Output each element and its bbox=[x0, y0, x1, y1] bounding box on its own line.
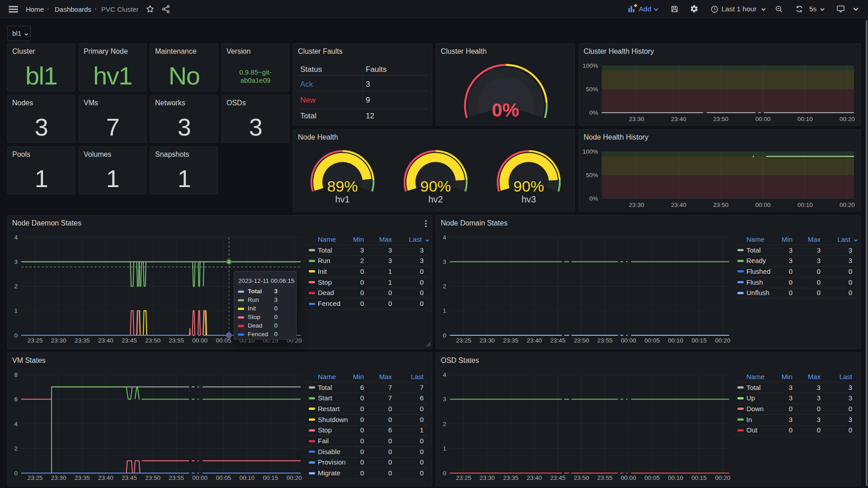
svg-text:00:20: 00:20 bbox=[287, 474, 302, 481]
svg-text:00:00: 00:00 bbox=[192, 474, 208, 481]
svg-text:23:45: 23:45 bbox=[122, 474, 137, 481]
svg-text:23:50: 23:50 bbox=[574, 474, 589, 481]
svg-text:23:50: 23:50 bbox=[145, 337, 160, 344]
svg-text:23:45: 23:45 bbox=[122, 337, 137, 344]
svg-text:23:55: 23:55 bbox=[597, 337, 613, 344]
svg-text:50%: 50% bbox=[586, 86, 598, 93]
svg-text:23:40: 23:40 bbox=[671, 202, 686, 208]
svg-text:50%: 50% bbox=[586, 172, 598, 178]
svg-text:23:45: 23:45 bbox=[550, 474, 566, 481]
svg-text:0: 0 bbox=[14, 332, 18, 339]
svg-text:23:30: 23:30 bbox=[51, 474, 66, 481]
svg-text:00:20: 00:20 bbox=[715, 474, 731, 481]
svg-text:23:50: 23:50 bbox=[713, 116, 729, 122]
svg-text:23:25: 23:25 bbox=[456, 337, 472, 344]
svg-text:23:40: 23:40 bbox=[527, 474, 542, 481]
svg-text:00:05: 00:05 bbox=[644, 474, 660, 481]
svg-text:00:10: 00:10 bbox=[668, 337, 684, 344]
svg-text:3: 3 bbox=[14, 258, 18, 265]
svg-text:2: 2 bbox=[14, 445, 18, 452]
svg-text:00:20: 00:20 bbox=[840, 202, 855, 208]
svg-text:23:50: 23:50 bbox=[145, 474, 160, 481]
svg-text:90%: 90% bbox=[420, 178, 451, 195]
svg-text:23:30: 23:30 bbox=[629, 202, 644, 208]
svg-text:90%: 90% bbox=[513, 178, 544, 195]
svg-text:23:40: 23:40 bbox=[527, 337, 542, 344]
svg-text:1: 1 bbox=[443, 307, 446, 314]
svg-text:00:05: 00:05 bbox=[216, 474, 231, 481]
svg-text:4: 4 bbox=[443, 371, 446, 378]
svg-text:00:05: 00:05 bbox=[216, 337, 231, 344]
svg-text:100%: 100% bbox=[582, 62, 598, 69]
svg-text:23:30: 23:30 bbox=[51, 337, 66, 344]
svg-text:00:20: 00:20 bbox=[840, 116, 855, 122]
svg-text:00:10: 00:10 bbox=[797, 116, 813, 122]
svg-text:100%: 100% bbox=[582, 148, 598, 155]
svg-text:2: 2 bbox=[14, 283, 18, 290]
svg-text:23:35: 23:35 bbox=[503, 474, 519, 481]
svg-text:00:00: 00:00 bbox=[755, 116, 771, 122]
svg-text:23:25: 23:25 bbox=[456, 474, 472, 481]
svg-text:00:10: 00:10 bbox=[668, 474, 684, 481]
svg-text:3: 3 bbox=[443, 396, 446, 403]
svg-text:0%: 0% bbox=[589, 195, 598, 202]
svg-text:00:05: 00:05 bbox=[644, 337, 660, 344]
svg-text:00:20: 00:20 bbox=[715, 337, 731, 344]
svg-text:2: 2 bbox=[443, 421, 446, 427]
svg-text:00:10: 00:10 bbox=[797, 202, 813, 208]
svg-text:2: 2 bbox=[443, 283, 446, 290]
svg-text:4: 4 bbox=[14, 421, 18, 427]
svg-text:hv1: hv1 bbox=[335, 194, 349, 204]
svg-text:hv3: hv3 bbox=[521, 194, 536, 204]
svg-text:23:30: 23:30 bbox=[480, 474, 495, 481]
svg-text:23:45: 23:45 bbox=[550, 337, 566, 344]
svg-text:0: 0 bbox=[443, 470, 446, 477]
svg-text:8: 8 bbox=[14, 371, 18, 378]
svg-text:23:30: 23:30 bbox=[629, 116, 644, 122]
svg-text:1: 1 bbox=[443, 445, 446, 452]
svg-text:23:35: 23:35 bbox=[75, 337, 90, 344]
svg-text:00:15: 00:15 bbox=[692, 337, 707, 344]
svg-text:23:55: 23:55 bbox=[597, 474, 613, 481]
svg-text:0: 0 bbox=[443, 332, 446, 339]
svg-text:23:30: 23:30 bbox=[480, 337, 495, 344]
svg-text:hv2: hv2 bbox=[428, 194, 443, 204]
svg-text:23:55: 23:55 bbox=[169, 337, 184, 344]
svg-text:00:00: 00:00 bbox=[621, 337, 636, 344]
svg-text:0%: 0% bbox=[492, 99, 519, 121]
svg-text:23:50: 23:50 bbox=[574, 337, 589, 344]
svg-text:4: 4 bbox=[443, 234, 446, 241]
svg-text:23:55: 23:55 bbox=[169, 474, 184, 481]
svg-text:4: 4 bbox=[14, 234, 18, 241]
svg-text:23:50: 23:50 bbox=[713, 202, 729, 208]
svg-text:23:40: 23:40 bbox=[98, 337, 113, 344]
svg-text:00:15: 00:15 bbox=[263, 474, 278, 481]
svg-text:1: 1 bbox=[14, 307, 18, 314]
svg-text:6: 6 bbox=[14, 396, 18, 403]
svg-text:00:00: 00:00 bbox=[621, 474, 636, 481]
svg-text:00:10: 00:10 bbox=[240, 474, 255, 481]
svg-text:0%: 0% bbox=[589, 109, 598, 116]
svg-text:00:15: 00:15 bbox=[692, 474, 707, 481]
svg-text:89%: 89% bbox=[327, 178, 358, 195]
svg-text:00:00: 00:00 bbox=[192, 337, 208, 344]
svg-text:23:40: 23:40 bbox=[671, 116, 686, 122]
svg-text:23:25: 23:25 bbox=[28, 337, 43, 344]
svg-text:00:00: 00:00 bbox=[755, 202, 771, 208]
svg-text:0: 0 bbox=[14, 470, 18, 477]
svg-text:23:35: 23:35 bbox=[503, 337, 519, 344]
svg-text:3: 3 bbox=[443, 258, 446, 265]
svg-text:23:40: 23:40 bbox=[98, 474, 113, 481]
svg-text:23:25: 23:25 bbox=[28, 474, 43, 481]
svg-text:23:35: 23:35 bbox=[75, 474, 90, 481]
